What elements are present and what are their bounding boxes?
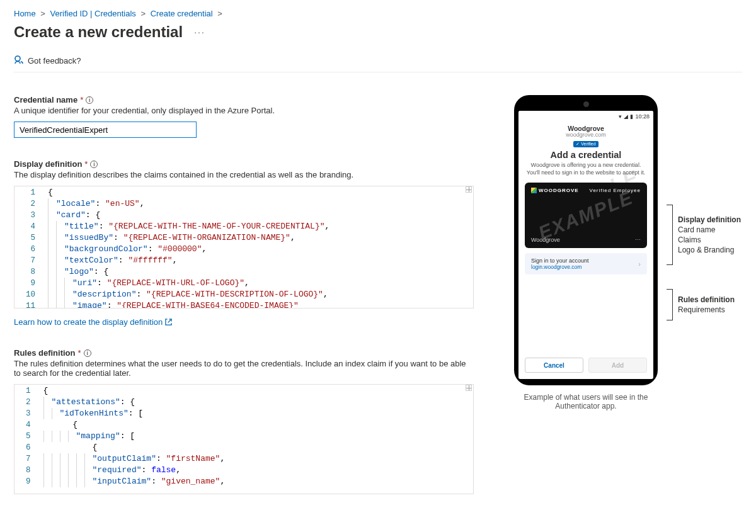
preview-domain: woodgrove.com xyxy=(522,132,650,138)
signal-icon: ◢ xyxy=(624,113,628,120)
editor-gutter: 123456789 xyxy=(14,385,36,494)
credential-name-label: Credential name xyxy=(14,95,77,105)
preview-caption: Example of what users will see in the Au… xyxy=(514,393,658,410)
feedback-icon xyxy=(14,55,24,67)
chevron-right-icon: › xyxy=(638,260,641,268)
preview-heading: Add a credential xyxy=(522,150,650,160)
phone-screen: ▾ ◢ ▮ 10:28 EXAMPLE Woodgrove woodgrove.… xyxy=(518,111,653,379)
got-feedback-button[interactable]: Got feedback? xyxy=(14,55,81,67)
external-link-icon xyxy=(165,319,172,325)
rules-definition-label: Rules definition xyxy=(14,348,76,358)
required-asterisk: * xyxy=(78,348,81,358)
sign-in-row: Sign in to your account login.woodgrove.… xyxy=(525,253,647,274)
credential-name-description: A unique identifier for your credential,… xyxy=(14,106,474,115)
learn-display-definition-link[interactable]: Learn how to create the display definiti… xyxy=(14,317,172,327)
learn-display-definition-label: Learn how to create the display definiti… xyxy=(14,317,163,327)
preview-annotations: Display definitionCard nameClaimsLogo & … xyxy=(667,205,741,320)
preview-body: Woodgrove is offering you a new credenti… xyxy=(522,161,650,176)
bracket-icon xyxy=(667,289,673,320)
verified-badge: ✓ Verified xyxy=(573,141,598,147)
phone-preview-frame: ▾ ◢ ▮ 10:28 EXAMPLE Woodgrove woodgrove.… xyxy=(514,95,658,385)
chevron-right-icon: > xyxy=(217,9,222,18)
wifi-icon: ▾ xyxy=(619,113,622,120)
editor-code[interactable]: {"attestations": {"idTokenHints": [ {"ma… xyxy=(36,385,473,494)
breadcrumb-home[interactable]: Home xyxy=(14,9,36,18)
command-bar: Got feedback? xyxy=(14,55,742,72)
credential-name-input[interactable] xyxy=(14,122,197,138)
phone-speaker-icon xyxy=(583,101,589,107)
battery-icon: ▮ xyxy=(630,113,633,120)
required-asterisk: * xyxy=(80,95,83,105)
preview-add-button: Add xyxy=(588,358,647,373)
breadcrumb: Home > Verified ID | Credentials > Creat… xyxy=(14,9,742,18)
breadcrumb-verified-id[interactable]: Verified ID | Credentials xyxy=(50,9,136,18)
bracket-icon xyxy=(667,205,673,265)
card-more-icon: ⋯ xyxy=(635,237,641,243)
phone-statusbar: ▾ ◢ ▮ 10:28 xyxy=(518,111,653,122)
credential-card: EXAMPLE WOODGROVE Verified Employee Wood… xyxy=(525,183,647,248)
chevron-right-icon: > xyxy=(141,9,146,18)
got-feedback-label: Got feedback? xyxy=(28,56,81,65)
chevron-right-icon: > xyxy=(40,9,45,18)
page-title: Create a new credential xyxy=(14,23,183,41)
phone-time: 10:28 xyxy=(635,113,650,120)
display-definition-description: The display definition describes the cla… xyxy=(14,170,474,179)
logo-icon xyxy=(531,188,537,193)
rules-definition-editor[interactable]: 123456789 {"attestations": {"idTokenHint… xyxy=(14,384,474,494)
rules-definition-description: The rules definition determines what the… xyxy=(14,359,474,378)
display-definition-label: Display definition xyxy=(14,159,82,169)
editor-gutter: 1234567891011 xyxy=(14,186,40,308)
preview-cancel-button: Cancel xyxy=(525,358,583,373)
card-issuer: Woodgrove xyxy=(531,237,560,243)
info-icon[interactable]: i xyxy=(86,96,93,104)
info-icon[interactable]: i xyxy=(90,161,98,168)
sign-in-domain: login.woodgrove.com xyxy=(531,264,589,270)
editor-code[interactable]: {"locale": "en-US","card": {"title": "{R… xyxy=(40,186,473,308)
info-icon[interactable]: i xyxy=(84,349,91,357)
sign-in-title: Sign in to your account xyxy=(531,258,589,264)
required-asterisk: * xyxy=(84,159,88,169)
breadcrumb-create-credential[interactable]: Create credential xyxy=(151,9,213,18)
more-actions-button[interactable]: ... xyxy=(194,25,205,39)
svg-point-0 xyxy=(15,56,20,61)
display-definition-editor[interactable]: 1234567891011 {"locale": "en-US","card":… xyxy=(14,186,474,308)
